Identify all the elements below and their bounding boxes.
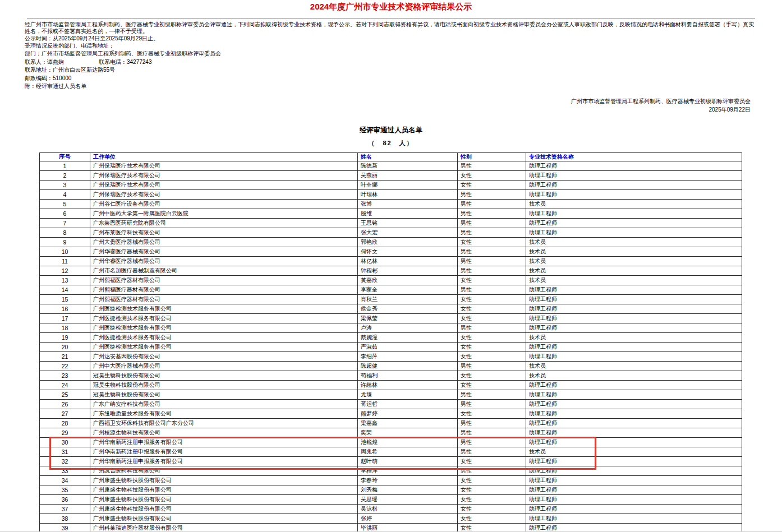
cell-qualification: 助理工程师 xyxy=(526,161,742,170)
cell-gender: 男性 xyxy=(458,323,526,332)
cell-name: 殷维 xyxy=(358,209,458,218)
cell-seq: 27 xyxy=(40,409,90,418)
cell-name: 严淑茹 xyxy=(358,342,458,351)
table-row: 27广东纽唯质量技术服务有限公司熊梦婷女性助理工程师 xyxy=(40,409,742,418)
cell-name: 蒋运哲 xyxy=(358,399,458,409)
cell-gender: 女性 xyxy=(458,237,526,247)
cell-seq: 13 xyxy=(40,275,90,285)
cell-gender: 女性 xyxy=(458,371,526,380)
dept-line: 部门：广州市市场监督管理局工程系列制药、医疗器械专业初级职称评审委员会 xyxy=(25,50,755,57)
cell-seq: 3 xyxy=(40,180,90,189)
table-row: 10广州华睿医疗器械有限公司何怀文男性技术员 xyxy=(40,247,742,256)
cell-qualification: 技术员 xyxy=(526,275,742,285)
cell-company: 广州熙福医疗器材有限公司 xyxy=(90,285,358,294)
cell-qualification: 助理工程师 xyxy=(526,304,742,313)
cell-gender: 男性 xyxy=(458,199,526,209)
cell-name: 张博 xyxy=(358,199,458,209)
cell-name: 肖秋兰 xyxy=(358,294,458,304)
cell-qualification: 助理工程师 xyxy=(526,409,742,418)
cell-name: 吴燕丽 xyxy=(358,170,458,180)
table-row: 17广州医捷检测技术服务有限公司梁佩莹女性助理工程师 xyxy=(40,313,742,323)
cell-gender: 男性 xyxy=(458,189,526,199)
cell-company: 广州华睿医疗器械有限公司 xyxy=(90,247,358,256)
cell-name: 梁佩莹 xyxy=(358,313,458,323)
cell-name: 郭艳欣 xyxy=(358,237,458,247)
cell-name: 蔡婉潼 xyxy=(358,332,458,342)
cell-name: 吴思瑶 xyxy=(358,494,458,504)
notice-period: 公示时间：从2025年09月24日至2025年09月29日止。 xyxy=(25,35,755,42)
cell-seq: 24 xyxy=(40,380,90,390)
cell-seq: 4 xyxy=(40,189,90,199)
cell-qualification: 助理工程师 xyxy=(526,456,742,466)
table-row: 31广州华南新药注册申报服务有限公司周兆希男性技术员 xyxy=(40,447,742,456)
cell-seq: 16 xyxy=(40,304,90,313)
cell-name: 毕洪丽 xyxy=(358,523,458,532)
cell-qualification: 技术员 xyxy=(526,237,742,247)
cell-qualification: 助理工程师 xyxy=(526,189,742,199)
cell-gender: 女性 xyxy=(458,485,526,494)
cell-gender: 女性 xyxy=(458,523,526,532)
cell-seq: 12 xyxy=(40,266,90,275)
cell-seq: 1 xyxy=(40,161,90,170)
cell-gender: 女性 xyxy=(458,409,526,418)
signature-block: 广州市市场监督管理局工程系列制药、医疗器械专业初级职称评审委员会 2025年09… xyxy=(0,97,751,114)
cell-company: 广州大贵医疗器械有限公司 xyxy=(90,237,358,247)
cell-company: 广州市名加医疗器械制造有限公司 xyxy=(90,266,358,275)
cell-gender: 男性 xyxy=(458,428,526,437)
cell-qualification: 助理工程师 xyxy=(526,466,742,475)
table-row: 32广州华南新药注册申报服务有限公司赵叶萌女性助理工程师 xyxy=(40,456,742,466)
contact-line: 联系人：谭燕娴联系电话：34277243 xyxy=(25,59,755,66)
column-header: 专业技术资格名称 xyxy=(526,152,742,161)
cell-seq: 22 xyxy=(40,361,90,371)
cell-gender: 女性 xyxy=(458,342,526,351)
table-row: 36广州康盛生物科技股份有限公司吴思瑶女性助理工程师 xyxy=(40,494,742,504)
cell-gender: 男性 xyxy=(458,218,526,228)
title-divider xyxy=(27,18,755,18)
cell-seq: 9 xyxy=(40,237,90,247)
table-row: 22广州中大医疗器械有限公司陈超健男性技术员 xyxy=(40,361,742,371)
cell-company: 广州康盛生物科技股份有限公司 xyxy=(90,494,358,504)
cell-qualification: 助理工程师 xyxy=(526,418,742,428)
cell-name: 张婷 xyxy=(358,514,458,523)
cell-seq: 32 xyxy=(40,456,90,466)
cell-company: 广州布莱医疗科技有限公司 xyxy=(90,228,358,237)
cell-name: 许慈林 xyxy=(358,380,458,390)
cell-company: 广州保瑞医疗技术有限公司 xyxy=(90,189,358,199)
announcement-page: 2024年度广州市专业技术资格评审结果公示 经广州市市场监督管理局工程系列制药、… xyxy=(0,2,782,532)
cell-name: 奕荣 xyxy=(358,428,458,437)
cell-seq: 14 xyxy=(40,285,90,294)
cell-gender: 男性 xyxy=(458,418,526,428)
cell-qualification: 助理工程师 xyxy=(526,504,742,514)
cell-gender: 男性 xyxy=(458,466,526,475)
cell-seq: 37 xyxy=(40,504,90,514)
cell-qualification: 助理工程师 xyxy=(526,399,742,409)
cell-qualification: 技术员 xyxy=(526,256,742,266)
cell-name: 梁嘉鑫 xyxy=(358,418,458,428)
cell-name: 卢涛 xyxy=(358,323,458,332)
cell-company: 广州康盛生物科技股份有限公司 xyxy=(90,514,358,523)
table-row: 5广州谷仁医疗设备有限公司张博男性技术员 xyxy=(40,199,742,209)
cell-gender: 男性 xyxy=(458,447,526,456)
cell-qualification: 技术员 xyxy=(526,361,742,371)
contact-phone: 联系电话：34277243 xyxy=(99,59,152,65)
attachment-line: 附：经评审通过人员名单 xyxy=(25,83,755,90)
cell-company: 广州医捷检测技术服务有限公司 xyxy=(90,323,358,332)
cell-gender: 男性 xyxy=(458,209,526,218)
cell-seq: 34 xyxy=(40,475,90,485)
list-count: （ 82 人） xyxy=(0,139,782,147)
cell-name: 林亿林 xyxy=(358,256,458,266)
cell-company: 冠昊生物科技股份有限公司 xyxy=(90,371,358,380)
intro-section: 经广州市市场监督管理局工程系列制药、医疗器械专业初级职称评审委员会评审通过，下列… xyxy=(25,21,755,90)
table-row: 12广州市名加医疗器械制造有限公司钟程彬男性技术员 xyxy=(40,266,742,275)
postcode-line: 邮政编码：510000 xyxy=(25,75,755,82)
cell-company: 广州中医药大学第一附属医院白云医院 xyxy=(90,209,358,218)
cell-gender: 女性 xyxy=(458,170,526,180)
contact-person: 联系人：谭燕娴 xyxy=(25,59,64,65)
cell-gender: 女性 xyxy=(458,494,526,504)
cell-seq: 36 xyxy=(40,494,90,504)
table-row: 39广州科莱瑞迪医疗器材股份有限公司毕洪丽女性助理工程师 xyxy=(40,523,742,532)
cell-qualification: 技术员 xyxy=(526,266,742,275)
accept-heading: 受理情况反映的部门、电话和地址： xyxy=(25,43,755,49)
cell-qualification: 助理工程师 xyxy=(526,228,742,237)
table-row: 30广州华南新药注册申报服务有限公司池锐煌男性助理工程师 xyxy=(40,437,742,447)
